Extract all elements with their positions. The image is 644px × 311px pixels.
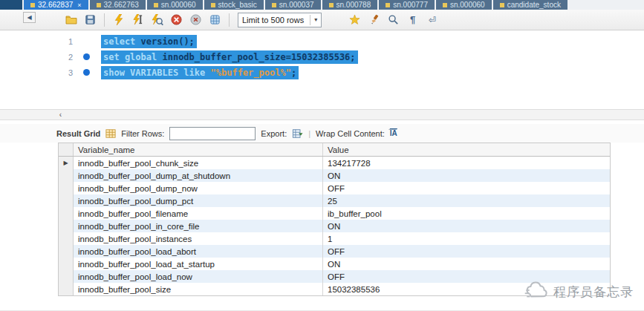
cell-value[interactable]: 25 <box>323 194 610 207</box>
cell-value[interactable]: ON <box>323 258 610 270</box>
cell-variable-name[interactable]: innodb_buffer_pool_dump_now <box>74 182 323 194</box>
editor-tab[interactable]: stock_basic <box>204 0 264 10</box>
row-selector[interactable] <box>59 207 74 220</box>
autocomplete-icon[interactable] <box>346 12 363 28</box>
table-row[interactable]: innodb_buffer_pool_dump_nowOFF <box>59 182 610 194</box>
table-row[interactable]: innodb_buffer_pool_load_abortOFF <box>59 245 610 258</box>
execute-current-icon[interactable] <box>129 12 146 28</box>
cell-value[interactable]: 15032385536 <box>323 283 610 295</box>
tab-icon <box>154 3 158 7</box>
editor-line[interactable]: 1select version(); <box>0 33 644 49</box>
result-grid: Variable_name Value ▶innodb_buffer_pool_… <box>58 143 611 296</box>
cell-value[interactable]: 1 <box>323 232 610 245</box>
line-marker <box>77 68 95 78</box>
stop-icon[interactable] <box>168 12 185 28</box>
code-text: select version(); <box>101 36 197 47</box>
sql-editor[interactable]: 1select version();2set global innodb_buf… <box>0 30 644 109</box>
scroll-left-icon[interactable]: ‹ <box>55 110 66 120</box>
tab-label: candidate_stock <box>507 1 561 9</box>
row-selector-header <box>59 143 74 156</box>
limit-rows-dropdown[interactable]: Limit to 500 rows ▾ <box>238 13 322 27</box>
line-number: 2 <box>0 53 77 62</box>
tab-label: sn.000037 <box>279 1 314 9</box>
window-corner-icon <box>0 0 22 10</box>
tab-icon <box>443 3 447 7</box>
table-row[interactable]: innodb_buffer_pool_load_at_startupON <box>59 258 610 270</box>
export-icon[interactable] <box>292 128 303 139</box>
cell-value[interactable]: ON <box>323 220 610 232</box>
row-selector[interactable] <box>59 182 74 194</box>
filter-rows-input[interactable] <box>169 127 256 140</box>
editor-horizontal-scrollbar[interactable]: ‹ <box>0 109 644 120</box>
editor-tab[interactable]: sn.000060 <box>147 0 203 10</box>
table-row[interactable]: innodb_buffer_pool_instances1 <box>59 232 610 245</box>
row-selector[interactable] <box>59 232 74 245</box>
editor-tab[interactable]: sn.000037 <box>265 0 321 10</box>
cell-value[interactable]: ON <box>323 169 610 182</box>
row-selector[interactable]: ▶ <box>59 157 74 169</box>
tab-label: 32.662837 <box>38 1 73 9</box>
toggle-stop-on-error-icon[interactable] <box>187 12 204 28</box>
column-header-variable-name[interactable]: Variable_name <box>74 143 323 156</box>
row-selector[interactable] <box>59 270 74 283</box>
editor-tab[interactable]: 32.662837× <box>24 0 88 10</box>
editor-tab[interactable]: sn.000777 <box>379 0 435 10</box>
tab-label: sn.000788 <box>336 1 371 9</box>
editor-tab[interactable]: sn.000788 <box>322 0 378 10</box>
table-row[interactable]: innodb_buffer_pool_dump_at_shutdownON <box>59 169 610 182</box>
table-row[interactable]: innodb_buffer_pool_in_core_fileON <box>59 220 610 232</box>
row-selector[interactable] <box>59 194 74 207</box>
code-text: show VARIABLES like "%buffer_pool%"; <box>101 68 299 78</box>
cell-value[interactable]: ib_buffer_pool <box>323 207 610 220</box>
statement-marker-icon <box>83 53 90 60</box>
tab-icon <box>386 3 390 7</box>
tab-icon <box>211 3 215 7</box>
collapse-sidebar-top-icon[interactable]: ◀ <box>23 12 36 23</box>
table-row[interactable]: innodb_buffer_pool_size15032385536 <box>59 283 610 295</box>
editor-tab[interactable]: 32.662763 <box>90 0 146 10</box>
wrap-cell-content-icon[interactable]: I̅A̅ <box>390 129 397 137</box>
wrap-cell-content-label: Wrap Cell Content: <box>316 129 385 138</box>
beautify-icon[interactable] <box>365 12 383 28</box>
wrap-text-icon[interactable]: ⏎ <box>423 12 440 28</box>
cell-variable-name[interactable]: innodb_buffer_pool_dump_at_shutdown <box>74 169 323 182</box>
cell-variable-name[interactable]: innodb_buffer_pool_load_at_startup <box>74 258 323 270</box>
chevron-down-icon: ▾ <box>310 15 317 25</box>
row-selector[interactable] <box>59 258 74 270</box>
cell-variable-name[interactable]: innodb_buffer_pool_chunk_size <box>74 157 323 169</box>
row-selector[interactable] <box>59 245 74 258</box>
cell-variable-name[interactable]: innodb_buffer_pool_filename <box>74 207 323 220</box>
cell-value[interactable]: 134217728 <box>323 157 610 169</box>
cell-value[interactable]: OFF <box>323 245 610 258</box>
row-selector[interactable] <box>59 169 74 182</box>
save-script-icon[interactable] <box>82 12 99 28</box>
row-selector[interactable] <box>59 220 74 232</box>
table-row[interactable]: ▶innodb_buffer_pool_chunk_size134217728 <box>59 157 610 169</box>
table-row[interactable]: innodb_buffer_pool_filenameib_buffer_poo… <box>59 207 610 220</box>
find-icon[interactable] <box>385 12 402 28</box>
row-selector[interactable] <box>59 283 74 295</box>
close-icon[interactable]: × <box>77 1 81 9</box>
cell-variable-name[interactable]: innodb_buffer_pool_size <box>74 283 323 295</box>
column-header-value[interactable]: Value <box>323 143 610 156</box>
cell-variable-name[interactable]: innodb_buffer_pool_load_abort <box>74 245 323 258</box>
tab-label: sn.000060 <box>450 1 485 9</box>
cell-variable-name[interactable]: innodb_buffer_pool_in_core_file <box>74 220 323 232</box>
cell-value[interactable]: OFF <box>323 182 610 194</box>
line-marker <box>77 52 95 62</box>
editor-tab[interactable]: candidate_stock <box>493 0 567 10</box>
explain-icon[interactable] <box>149 12 166 28</box>
editor-line[interactable]: 3show VARIABLES like "%buffer_pool%"; <box>0 65 644 80</box>
cell-variable-name[interactable]: innodb_buffer_pool_dump_pct <box>74 194 323 207</box>
editor-line[interactable]: 2set global innodb_buffer_pool_size=1503… <box>0 49 644 65</box>
table-row[interactable]: innodb_buffer_pool_dump_pct25 <box>59 194 610 207</box>
cell-variable-name[interactable]: innodb_buffer_pool_instances <box>74 232 323 245</box>
cell-value[interactable]: OFF <box>323 270 610 283</box>
open-script-icon[interactable] <box>62 12 79 28</box>
execute-icon[interactable] <box>110 12 127 28</box>
editor-tab[interactable]: sn.000060 <box>436 0 492 10</box>
table-row[interactable]: innodb_buffer_pool_load_nowOFF <box>59 270 610 283</box>
invisible-chars-icon[interactable]: ¶ <box>404 12 421 28</box>
cell-variable-name[interactable]: innodb_buffer_pool_load_now <box>74 270 323 283</box>
commit-icon[interactable] <box>206 12 224 28</box>
